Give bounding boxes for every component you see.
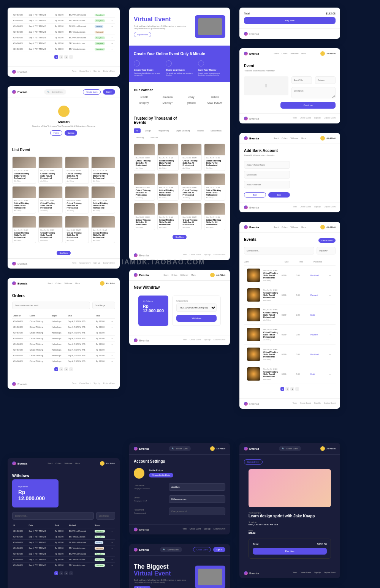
more-icon[interactable]: ⋯ bbox=[329, 314, 332, 316]
footer-link[interactable]: Create Event bbox=[79, 262, 90, 266]
event-card[interactable]: Mon, Oct 25 · 10 AMCritical Thinking Ski… bbox=[157, 173, 179, 201]
event-row[interactable]: Mon, Oct 25 · 10 AMCritical Thinking Ski… bbox=[244, 285, 336, 305]
event-card[interactable]: Mon, Oct 25 · 10 AMCritical Thinking Ski… bbox=[134, 203, 155, 230]
logo[interactable]: Evenia bbox=[12, 90, 27, 94]
footer-link[interactable]: Term bbox=[293, 117, 297, 120]
footer-link[interactable]: Term bbox=[72, 382, 76, 386]
nav-link[interactable]: Event bbox=[274, 52, 279, 55]
account-number-input[interactable] bbox=[244, 181, 290, 188]
more-icon[interactable]: ⋯ bbox=[110, 29, 115, 35]
order-id[interactable]: #D0450420 bbox=[12, 24, 28, 29]
more-icon[interactable]: ⋯ bbox=[329, 274, 332, 277]
nav-link[interactable]: Event bbox=[274, 226, 279, 228]
more-icon[interactable]: ⋯ bbox=[110, 24, 115, 29]
event-row[interactable]: Mon, Oct 25 · 10 AMCritical Thinking Ski… bbox=[244, 325, 336, 345]
nav-link[interactable]: Withdraw bbox=[290, 52, 298, 55]
footer-link[interactable]: Explore Event bbox=[324, 117, 336, 120]
event-card[interactable]: Mon, Oct 25 · 10 AMCritical Thinking Ski… bbox=[12, 156, 36, 184]
footer-link[interactable]: Explore Event bbox=[214, 338, 225, 342]
footer-link[interactable]: Sign Up bbox=[93, 262, 100, 266]
nav-link[interactable]: Event bbox=[48, 462, 52, 465]
event-search[interactable] bbox=[244, 247, 314, 254]
event-card[interactable]: Mon, Oct 25 · 10 AMCritical Thinking Ski… bbox=[91, 156, 115, 184]
nav-link[interactable]: Withdraw bbox=[180, 274, 188, 276]
footer-link[interactable]: Create Event bbox=[79, 70, 90, 74]
more-icon[interactable]: ⋯ bbox=[110, 46, 115, 52]
more-icon[interactable]: ⋯ bbox=[110, 35, 115, 41]
footer-link[interactable]: Explore Event bbox=[324, 571, 336, 575]
footer-link[interactable]: Sign Up bbox=[314, 402, 321, 406]
nav-link[interactable]: Withdraw bbox=[64, 282, 72, 285]
footer-link[interactable]: Explore Event bbox=[214, 253, 225, 257]
footer-link[interactable]: Sign Up bbox=[204, 253, 211, 257]
event-card[interactable]: Mon, Oct 25 · 10 AMCritical Thinking Ski… bbox=[91, 216, 115, 243]
footer-link[interactable]: Create Event bbox=[300, 402, 311, 406]
footer-link[interactable]: Sign Up bbox=[314, 571, 321, 575]
footer-link[interactable]: Term bbox=[293, 571, 297, 575]
tab-social-media[interactable]: Social Media bbox=[208, 128, 224, 133]
footer-link[interactable]: Create Event bbox=[300, 205, 311, 209]
footer-link[interactable]: Create Event bbox=[190, 338, 201, 342]
page-2[interactable]: 2 bbox=[59, 55, 63, 59]
more-icon[interactable]: ⋯ bbox=[329, 294, 332, 296]
event-card[interactable]: Mon, Oct 25 · 10 AMCritical Thinking Ski… bbox=[157, 144, 179, 171]
nav-link[interactable]: Event bbox=[48, 282, 52, 285]
create-event-button[interactable]: Create Event bbox=[83, 89, 101, 95]
save-button[interactable]: Save bbox=[268, 192, 290, 198]
footer-link[interactable]: Create Event bbox=[190, 528, 201, 531]
nav-link[interactable]: More bbox=[191, 274, 195, 276]
order-id[interactable]: #D0450420 bbox=[12, 12, 28, 18]
email-input[interactable] bbox=[169, 495, 225, 503]
tab-investing[interactable]: Investing bbox=[134, 135, 146, 140]
search-input[interactable]: 🔍Search Event bbox=[44, 89, 66, 95]
nav-link[interactable]: Withdraw bbox=[64, 462, 72, 465]
footer-link[interactable]: Explore Event bbox=[324, 402, 336, 406]
footer-link[interactable]: Create Event bbox=[79, 382, 90, 386]
search[interactable]: 🔍Search Event bbox=[169, 446, 191, 451]
contact-button[interactable]: Contact bbox=[65, 130, 77, 136]
event-row[interactable]: Mon, Oct 25 · 10 AMCritical Thinking Ski… bbox=[244, 345, 336, 364]
image-upload[interactable] bbox=[244, 76, 288, 95]
tab-finance[interactable]: Finance bbox=[195, 128, 206, 133]
footer-link[interactable]: Create Event bbox=[190, 253, 201, 257]
pay-now-button[interactable]: Pay Now bbox=[244, 17, 336, 24]
page-3[interactable]: 3 bbox=[64, 55, 68, 59]
order-id[interactable]: #D0450420 bbox=[12, 41, 28, 46]
footer-link[interactable]: Term bbox=[293, 205, 297, 209]
footer-link[interactable]: Term bbox=[182, 253, 187, 257]
event-card[interactable]: Mon, Oct 25 · 10 AMCritical Thinking Ski… bbox=[181, 144, 202, 171]
footer-link[interactable]: Create Event bbox=[300, 571, 311, 575]
more-icon[interactable]: ⋯ bbox=[329, 334, 332, 336]
more-icon[interactable]: ⋯ bbox=[110, 12, 115, 18]
footer-link[interactable]: Explore Event bbox=[214, 528, 225, 531]
nav-link[interactable]: Orders bbox=[55, 282, 61, 285]
tab-all[interactable]: All bbox=[134, 128, 141, 133]
event-card[interactable]: Mon, Oct 25 · 10 AMCritical Thinking Ski… bbox=[181, 203, 202, 230]
event-card[interactable]: Mon, Oct 25 · 10 AMCritical Thinking Ski… bbox=[38, 156, 62, 184]
order-id[interactable]: #D0450420 bbox=[12, 29, 28, 35]
nav-link[interactable]: Orders bbox=[282, 52, 287, 55]
event-card[interactable]: Mon, Oct 25 · 10 AMCritical Thinking Ski… bbox=[12, 216, 36, 243]
see-more-button[interactable]: See More bbox=[57, 251, 71, 255]
bank-select[interactable]: BCA | JALOSTIA MISISMI (72228850) bbox=[176, 303, 217, 312]
footer-link[interactable]: Sign Up bbox=[93, 382, 100, 386]
page-1[interactable]: 1 bbox=[54, 367, 58, 371]
page-1[interactable]: 1 bbox=[54, 55, 58, 59]
search[interactable] bbox=[12, 512, 94, 520]
organizer-filter[interactable] bbox=[317, 247, 336, 254]
follow-button[interactable]: Follow bbox=[50, 130, 62, 136]
more-icon[interactable]: ⋯ bbox=[110, 41, 115, 46]
footer-link[interactable]: Term bbox=[293, 402, 297, 406]
event-row[interactable]: Mon, Oct 25 · 10 AMCritical Thinking Ski… bbox=[244, 364, 336, 384]
nav-link[interactable]: Orders bbox=[282, 226, 287, 228]
order-id[interactable]: #D0450420 bbox=[12, 46, 28, 52]
nav-link[interactable]: Withdraw bbox=[290, 226, 298, 228]
more-icon[interactable]: ⋯ bbox=[110, 18, 115, 24]
event-card[interactable]: Mon, Oct 25 · 10 AMCritical Thinking Ski… bbox=[38, 186, 62, 213]
create-event-button[interactable]: Create Event bbox=[318, 238, 336, 243]
order-search[interactable] bbox=[12, 302, 90, 309]
tab-soft-skill[interactable]: Soft Skill bbox=[148, 135, 160, 140]
footer-link[interactable]: Create Event bbox=[300, 117, 311, 120]
event-card[interactable]: Mon, Oct 25 · 10 AMCritical Thinking Ski… bbox=[12, 186, 36, 213]
event-card[interactable]: Mon, Oct 25 · 10 AMCritical Thinking Ski… bbox=[65, 156, 89, 184]
